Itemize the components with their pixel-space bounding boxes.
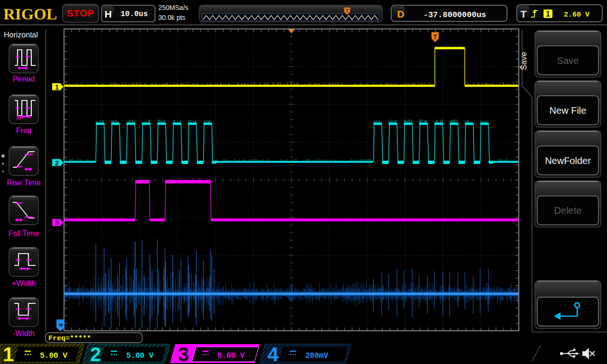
- svg-text:D: D: [397, 9, 404, 19]
- svg-text:RIGOL: RIGOL: [3, 5, 57, 23]
- svg-text:2: 2: [90, 343, 101, 364]
- svg-text:New File: New File: [550, 105, 587, 116]
- svg-text:Freq: Freq: [16, 127, 32, 135]
- svg-text:4: 4: [57, 323, 64, 327]
- svg-text:Save: Save: [557, 55, 579, 66]
- svg-text:200mV: 200mV: [305, 352, 328, 360]
- svg-text:Save: Save: [519, 52, 528, 70]
- svg-text:STOP: STOP: [67, 8, 94, 18]
- svg-text:3: 3: [178, 343, 189, 364]
- svg-text:5.00 V: 5.00 V: [217, 352, 245, 360]
- svg-text:250MSa/s: 250MSa/s: [158, 4, 188, 11]
- svg-text:3: 3: [55, 218, 59, 227]
- svg-text:1: 1: [546, 10, 550, 18]
- svg-text:Horizontal: Horizontal: [4, 31, 38, 39]
- svg-text:NewFolder: NewFolder: [545, 155, 591, 166]
- svg-text:T: T: [521, 9, 527, 19]
- svg-text:2.60 V: 2.60 V: [564, 11, 589, 19]
- svg-text:-Width: -Width: [13, 329, 35, 337]
- svg-text:+Width: +Width: [12, 279, 36, 287]
- svg-text:5.00 V: 5.00 V: [40, 352, 67, 360]
- svg-text:T: T: [433, 33, 437, 41]
- svg-text:1/: 1/: [16, 114, 21, 121]
- svg-text:-37.8000000us: -37.8000000us: [423, 10, 487, 19]
- svg-text:Period: Period: [13, 75, 35, 83]
- svg-text:T: T: [346, 8, 349, 14]
- svg-text:10.0us: 10.0us: [120, 10, 148, 18]
- svg-text:1: 1: [3, 343, 14, 364]
- svg-text:H: H: [104, 9, 111, 19]
- svg-text:30.0k pts: 30.0k pts: [158, 14, 185, 21]
- svg-text:Rise Time: Rise Time: [7, 179, 40, 187]
- svg-text:2: 2: [55, 159, 59, 167]
- svg-text:Delete: Delete: [554, 205, 582, 216]
- svg-text:4: 4: [267, 343, 279, 364]
- svg-text:Freq=*****: Freq=*****: [48, 335, 91, 343]
- svg-text:Fall Time: Fall Time: [9, 229, 39, 237]
- svg-text:1: 1: [55, 83, 59, 91]
- svg-text:5.00 V: 5.00 V: [126, 352, 154, 360]
